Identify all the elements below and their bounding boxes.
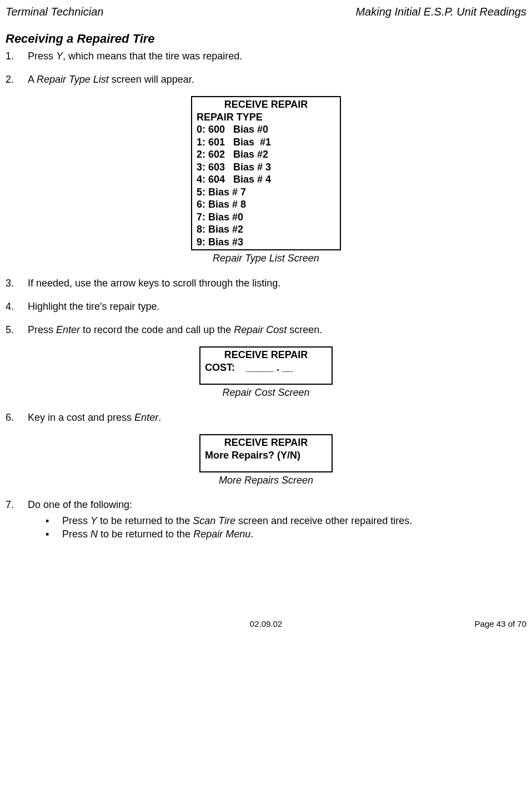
step-body: Press Enter to record the code and call … [28, 323, 526, 336]
screen-subtitle: REPAIR TYPE [197, 111, 335, 124]
screen-caption: More Repairs Screen [6, 474, 526, 487]
more-repairs-screen: RECEIVE REPAIR More Repairs? (Y/N) [6, 434, 526, 472]
screen-name: Repair Menu [193, 529, 250, 540]
bullet-text: Press Y to be returned to the Scan Tire … [62, 514, 412, 527]
step-2: 2. A Repair Type List screen will appear… [6, 73, 526, 86]
question-line: More Repairs? (Y/N) [205, 449, 327, 462]
list-item: 9: Bias #3 [197, 236, 335, 249]
screen-caption: Repair Cost Screen [6, 386, 526, 399]
text: . [250, 529, 253, 540]
step-number: 7. [6, 498, 28, 541]
bullet-text: Press N to be returned to the Repair Men… [62, 527, 253, 541]
screen-box: RECEIVE REPAIR REPAIR TYPE 0: 600 Bias #… [191, 96, 341, 250]
step-1: 1. Press Y, which means that the tire wa… [6, 49, 526, 63]
footer-left [6, 618, 179, 630]
list-item: 7: Bias #0 [197, 211, 335, 224]
list-item: 2: 602 Bias #2 [197, 148, 335, 161]
list-item: 5: Bias # 7 [197, 186, 335, 199]
text: screen will appear. [109, 74, 194, 85]
footer-date: 02.09.02 [179, 618, 353, 630]
section-heading: Receiving a Repaired Tire [6, 31, 526, 47]
screen-box: RECEIVE REPAIR COST: _____ . __ [199, 346, 333, 385]
list-item: ▪ Press Y to be returned to the Scan Tir… [46, 514, 526, 527]
screen-title: RECEIVE REPAIR [205, 349, 327, 361]
step-body: If needed, use the arrow keys to scroll … [28, 276, 526, 290]
repair-type-screen: RECEIVE REPAIR REPAIR TYPE 0: 600 Bias #… [6, 96, 526, 250]
key-y: Y [91, 515, 97, 526]
step-number: 2. [6, 73, 28, 86]
list-item: 8: Bias #2 [197, 223, 335, 236]
header-right: Making Initial E.S.P. Unit Readings [355, 4, 526, 19]
page-footer: 02.09.02 Page 43 of 70 [6, 618, 526, 630]
text: Press [28, 51, 56, 62]
step-body: Do one of the following: ▪ Press Y to be… [28, 498, 526, 541]
text: A [28, 74, 37, 85]
text: to be returned to the [97, 515, 193, 526]
list-item: 1: 601 Bias #1 [197, 136, 335, 149]
text: to be returned to the [98, 529, 193, 540]
step-body: A Repair Type List screen will appear. [28, 73, 526, 86]
list-item: 6: Bias # 8 [197, 198, 335, 211]
screen-title: RECEIVE REPAIR [197, 98, 335, 111]
text: screen. [287, 324, 322, 335]
step-4: 4. Highlight the tire's repair type. [6, 300, 526, 313]
step-body: Highlight the tire's repair type. [28, 300, 526, 313]
screen-box: RECEIVE REPAIR More Repairs? (Y/N) [199, 434, 333, 472]
screen-name: Repair Type List [37, 74, 109, 85]
page-header: Terminal Technician Making Initial E.S.P… [6, 4, 526, 19]
text: Press [62, 529, 91, 540]
text: screen and receive other repaired tires. [235, 515, 412, 526]
screen-name: Scan Tire [193, 515, 235, 526]
step-body: Key in a cost and press Enter. [28, 411, 526, 424]
footer-page: Page 43 of 70 [353, 618, 526, 630]
cost-line: COST: _____ . __ [205, 361, 327, 374]
header-left: Terminal Technician [6, 4, 103, 19]
step-7: 7. Do one of the following: ▪ Press Y to… [6, 498, 526, 541]
step-3: 3. If needed, use the arrow keys to scro… [6, 276, 526, 290]
screen-name: Repair Cost [234, 324, 287, 335]
key-enter: Enter [134, 412, 158, 423]
screen-title: RECEIVE REPAIR [205, 436, 327, 449]
square-bullet-icon: ▪ [46, 527, 62, 541]
step-body: Press Y, which means that the tire was r… [28, 49, 526, 63]
screen-caption: Repair Type List Screen [6, 251, 526, 265]
repair-cost-screen: RECEIVE REPAIR COST: _____ . __ [6, 346, 526, 385]
step-number: 1. [6, 49, 28, 63]
list-item: 0: 600 Bias #0 [197, 123, 335, 136]
key-n: N [91, 529, 98, 540]
text: Press [28, 324, 56, 335]
step-6: 6. Key in a cost and press Enter. [6, 411, 526, 424]
text: to record the code and call up the [80, 324, 234, 335]
step-number: 4. [6, 300, 28, 313]
list-item: 3: 603 Bias # 3 [197, 161, 335, 174]
key-y: Y [56, 51, 63, 62]
list-item: 4: 604 Bias # 4 [197, 173, 335, 186]
step-number: 3. [6, 276, 28, 290]
step-5: 5. Press Enter to record the code and ca… [6, 323, 526, 336]
step-number: 6. [6, 411, 28, 424]
square-bullet-icon: ▪ [46, 514, 62, 527]
step-number: 5. [6, 323, 28, 336]
text: , which means that the tire was repaired… [63, 51, 242, 62]
text: . [158, 412, 161, 423]
bullet-list: ▪ Press Y to be returned to the Scan Tir… [28, 514, 526, 541]
text: Press [62, 515, 91, 526]
list-item: ▪ Press N to be returned to the Repair M… [46, 527, 526, 541]
text: Do one of the following: [28, 498, 526, 511]
key-enter: Enter [56, 324, 80, 335]
text: Key in a cost and press [28, 412, 134, 423]
